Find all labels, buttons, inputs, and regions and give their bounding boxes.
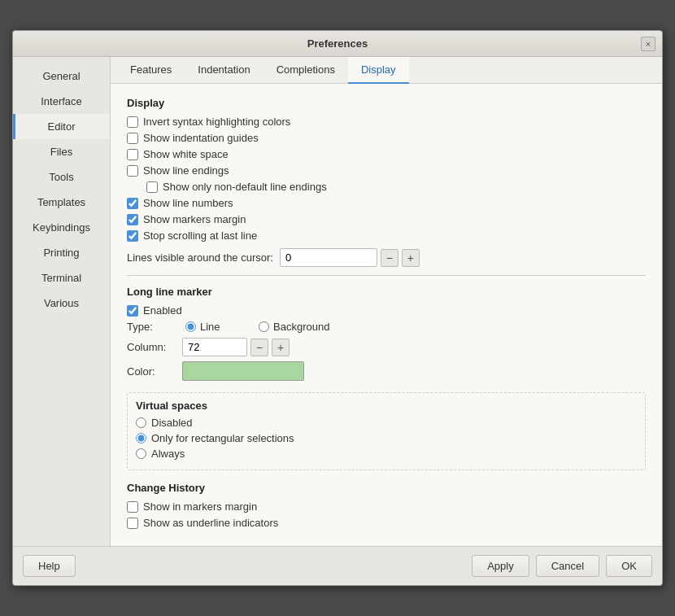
cursor-input-group: − + — [280, 248, 420, 267]
sidebar-item-interface[interactable]: Interface — [13, 89, 110, 114]
show-line-endings-checkbox[interactable] — [127, 165, 138, 177]
sidebar-item-general[interactable]: General — [13, 63, 110, 89]
close-button[interactable]: × — [641, 37, 655, 51]
invert-syntax-checkbox[interactable] — [127, 116, 138, 128]
checkbox-row-show-non-default-endings: Show only non-default line endings — [146, 181, 646, 193]
vs-always-radio[interactable] — [136, 448, 146, 459]
window-title: Preferences — [307, 37, 368, 50]
vs-row-vs-disabled: Disabled — [136, 417, 637, 429]
tabs-bar: FeaturesIndentationCompletionsDisplay — [111, 57, 662, 84]
vs-disabled-radio[interactable] — [136, 417, 146, 428]
show-indent-guides-label: Show indentation guides — [143, 132, 259, 144]
tab-display[interactable]: Display — [348, 57, 409, 84]
vs-row-vs-rectangular: Only for rectangular selections — [136, 432, 637, 444]
display-panel: Display Invert syntax highlighting color… — [111, 84, 662, 546]
column-label: Column: — [127, 341, 176, 353]
enabled-checkbox[interactable] — [127, 305, 138, 317]
sidebar-item-terminal[interactable]: Terminal — [13, 265, 110, 291]
tab-features[interactable]: Features — [117, 57, 185, 84]
type-background-radio[interactable] — [259, 321, 269, 332]
vs-rectangular-radio[interactable] — [136, 433, 146, 443]
sidebar-item-templates[interactable]: Templates — [13, 190, 110, 215]
divider-1 — [127, 275, 646, 276]
ok-button[interactable]: OK — [606, 555, 652, 577]
ch-row-ch-underline: Show as underline indicators — [127, 517, 646, 529]
sidebar-item-files[interactable]: Files — [13, 139, 110, 164]
type-radio-group: Line Background — [185, 321, 329, 333]
ch-markers-label: Show in markers margin — [143, 500, 257, 513]
footer-right: Apply Cancel OK — [472, 555, 652, 577]
sidebar-item-tools[interactable]: Tools — [13, 164, 110, 190]
type-row: Type: Line Background — [127, 321, 646, 333]
stop-scrolling-checkbox[interactable] — [127, 230, 138, 242]
apply-button[interactable]: Apply — [472, 555, 529, 577]
help-button[interactable]: Help — [23, 555, 76, 577]
enabled-row: Enabled — [127, 304, 646, 317]
column-input[interactable] — [182, 338, 247, 356]
virtual-spaces-options: DisabledOnly for rectangular selectionsA… — [136, 417, 637, 460]
long-line-title: Long line marker — [127, 286, 646, 298]
show-line-numbers-label: Show line numbers — [143, 197, 233, 209]
checkbox-row-show-markers-margin: Show markers margin — [127, 213, 646, 225]
sidebar-item-printing[interactable]: Printing — [13, 240, 110, 265]
preferences-window: Preferences × GeneralInterfaceEditorFile… — [12, 30, 663, 586]
display-section-title: Display — [127, 97, 646, 109]
tab-indentation[interactable]: Indentation — [185, 57, 263, 84]
tab-completions[interactable]: Completions — [263, 57, 348, 84]
checkbox-row-show-line-endings: Show line endings — [127, 164, 646, 177]
show-indent-guides-checkbox[interactable] — [127, 133, 138, 144]
ch-row-ch-markers: Show in markers margin — [127, 500, 646, 513]
vs-row-vs-always: Always — [136, 448, 637, 460]
content-area: FeaturesIndentationCompletionsDisplay Di… — [111, 57, 662, 546]
cursor-row: Lines visible around the cursor: − + — [127, 248, 646, 267]
column-decrement-button[interactable]: − — [250, 339, 268, 356]
column-increment-button[interactable]: + — [272, 339, 290, 356]
type-background-option: Background — [259, 321, 329, 333]
change-history-section: Change History Show in markers marginSho… — [127, 482, 646, 529]
sidebar-item-various[interactable]: Various — [13, 291, 110, 316]
footer: Help Apply Cancel OK — [13, 546, 662, 585]
cursor-decrement-button[interactable]: − — [381, 249, 398, 267]
show-markers-margin-checkbox[interactable] — [127, 214, 138, 225]
checkbox-row-stop-scrolling: Stop scrolling at last line — [127, 229, 646, 242]
show-white-space-label: Show white space — [143, 148, 229, 160]
change-history-title: Change History — [127, 482, 646, 494]
virtual-spaces-section: Virtual spaces DisabledOnly for rectangu… — [127, 392, 646, 470]
sidebar-item-editor[interactable]: Editor — [13, 114, 110, 139]
cursor-increment-button[interactable]: + — [402, 249, 420, 267]
sidebar-item-keybindings[interactable]: Keybindings — [13, 215, 110, 240]
type-line-label: Line — [200, 321, 249, 333]
titlebar: Preferences × — [13, 31, 662, 57]
type-line-radio[interactable] — [185, 321, 196, 332]
enabled-label: Enabled — [143, 304, 182, 317]
cursor-input[interactable] — [280, 248, 377, 267]
type-label: Type: — [127, 321, 176, 333]
show-non-default-endings-label: Show only non-default line endings — [163, 181, 327, 193]
long-line-section: Long line marker Enabled Type: Line — [127, 286, 646, 381]
type-line-option: Line — [185, 321, 249, 333]
show-line-endings-label: Show line endings — [143, 164, 229, 177]
vs-disabled-label: Disabled — [151, 417, 193, 429]
show-white-space-checkbox[interactable] — [127, 149, 138, 160]
sidebar: GeneralInterfaceEditorFilesToolsTemplate… — [13, 57, 111, 546]
show-non-default-endings-checkbox[interactable] — [146, 181, 158, 193]
main-content: GeneralInterfaceEditorFilesToolsTemplate… — [13, 57, 662, 546]
vs-rectangular-label: Only for rectangular selections — [151, 432, 294, 444]
stop-scrolling-label: Stop scrolling at last line — [143, 229, 257, 242]
ch-markers-checkbox[interactable] — [127, 501, 138, 513]
cancel-button[interactable]: Cancel — [536, 555, 599, 577]
checkbox-row-show-indent-guides: Show indentation guides — [127, 132, 646, 144]
show-line-numbers-checkbox[interactable] — [127, 198, 138, 209]
column-input-group: − + — [182, 338, 290, 356]
invert-syntax-label: Invert syntax highlighting colors — [143, 116, 290, 128]
checkbox-row-invert-syntax: Invert syntax highlighting colors — [127, 116, 646, 128]
color-row: Color: — [127, 361, 646, 381]
vs-always-label: Always — [151, 448, 185, 460]
show-markers-margin-label: Show markers margin — [143, 213, 246, 225]
column-row: Column: − + — [127, 338, 646, 356]
color-swatch[interactable] — [182, 361, 304, 381]
checkbox-row-show-line-numbers: Show line numbers — [127, 197, 646, 209]
type-background-label: Background — [273, 321, 329, 333]
ch-underline-checkbox[interactable] — [127, 518, 138, 529]
display-checkboxes: Invert syntax highlighting colorsShow in… — [127, 116, 646, 242]
